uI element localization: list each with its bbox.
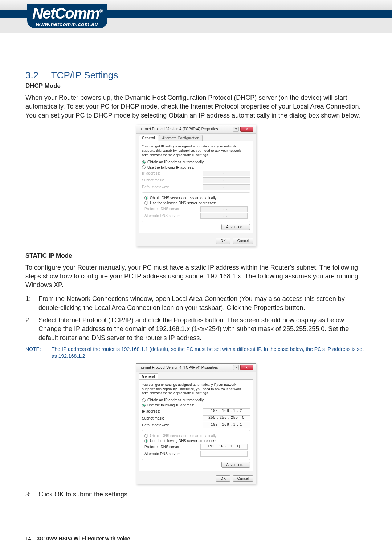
radio-icon bbox=[142, 160, 146, 164]
pref-dns-label: Preferred DNS server: bbox=[144, 445, 180, 449]
pref-dns-input[interactable]: 192 . 168 . 1 . 1| bbox=[200, 444, 248, 450]
section-heading: 3.2 TCP/IP Settings bbox=[25, 70, 367, 81]
dialog-titlebar: Internet Protocol Version 4 (TCP/IPv4) P… bbox=[136, 125, 256, 134]
pref-dns-input: . . . bbox=[200, 206, 248, 212]
help-icon[interactable]: ? bbox=[233, 127, 239, 132]
registered-icon: ® bbox=[99, 8, 102, 14]
close-icon[interactable]: ✕ bbox=[240, 127, 253, 132]
static-heading: STATIC IP Mode bbox=[25, 252, 367, 259]
step-number: 3: bbox=[25, 490, 38, 499]
radio-icon bbox=[144, 196, 148, 200]
step-2: 2: Select Internet Protocol (TCP/IP) and… bbox=[25, 316, 367, 342]
alt-dns-input[interactable]: . . . bbox=[200, 451, 248, 457]
radio-icon bbox=[142, 165, 146, 169]
radio-label: Obtain an IP address automatically bbox=[147, 398, 204, 402]
help-icon[interactable]: ? bbox=[233, 365, 239, 370]
pref-dns-label: Preferred DNS server: bbox=[144, 207, 180, 211]
brand-url: www.netcomm.com.au bbox=[32, 20, 102, 28]
tab-general[interactable]: General bbox=[139, 135, 158, 141]
radio-use-dns[interactable]: Use the following DNS server addresses: bbox=[144, 439, 248, 443]
dialog-tabs: General Alternate Configuration bbox=[136, 134, 256, 141]
dialog-title: Internet Protocol Version 4 (TCP/IPv4) P… bbox=[139, 127, 218, 131]
dialog-help-text: You can get IP settings assigned automat… bbox=[142, 383, 250, 396]
steps-list-2: 3: Click OK to submit the settings. bbox=[25, 490, 367, 499]
tcpip-dialog-auto: Internet Protocol Version 4 (TCP/IPv4) P… bbox=[136, 125, 256, 246]
step-number: 2: bbox=[25, 316, 38, 342]
ip-label: IP address: bbox=[142, 409, 160, 413]
radio-icon bbox=[144, 434, 148, 438]
subnet-label: Subnet mask: bbox=[142, 178, 164, 182]
step-3: 3: Click OK to submit the settings. bbox=[25, 490, 367, 499]
tcpip-dialog-static: Internet Protocol Version 4 (TCP/IPv4) P… bbox=[136, 363, 256, 485]
dialog-buttons: OK Cancel bbox=[136, 236, 256, 246]
radio-icon bbox=[144, 201, 148, 205]
radio-icon bbox=[144, 439, 148, 443]
cancel-button[interactable]: Cancel bbox=[233, 475, 253, 482]
advanced-button[interactable]: Advanced... bbox=[221, 224, 250, 230]
radio-obtain-dns[interactable]: Obtain DNS server address automatically bbox=[144, 434, 248, 438]
advanced-button[interactable]: Advanced... bbox=[221, 462, 250, 468]
section-title: TCP/IP Settings bbox=[51, 70, 118, 81]
steps-list: 1: From the Network Connections window, … bbox=[25, 294, 367, 342]
gateway-label: Default gateway: bbox=[142, 423, 169, 427]
subnet-input[interactable]: 255 . 255 . 255 . 0 bbox=[203, 415, 250, 421]
radio-use-ip[interactable]: Use the following IP address: bbox=[142, 403, 250, 407]
page-number: 14 – bbox=[25, 536, 37, 541]
note: NOTE: The IP address of the router is 19… bbox=[25, 346, 367, 360]
dialog-titlebar: Internet Protocol Version 4 (TCP/IPv4) P… bbox=[136, 364, 256, 372]
gateway-input[interactable]: 192 . 168 . 1 . 1 bbox=[203, 422, 250, 428]
dns-group: Obtain DNS server address automatically … bbox=[142, 430, 250, 460]
page-header: NetComm® www.netcomm.com.au bbox=[0, 0, 392, 33]
note-text: The IP address of the router is 192.168.… bbox=[52, 346, 367, 360]
radio-use-dns[interactable]: Use the following DNS server addresses: bbox=[144, 201, 248, 205]
radio-icon bbox=[142, 398, 146, 402]
static-dialog-image: Internet Protocol Version 4 (TCP/IPv4) P… bbox=[136, 363, 256, 485]
dialog-help-text: You can get IP settings assigned automat… bbox=[142, 144, 250, 157]
product-name: 3G10WV HSPA Wi-Fi Router with Voice bbox=[37, 536, 130, 541]
dialog-title: Internet Protocol Version 4 (TCP/IPv4) P… bbox=[139, 365, 218, 369]
alt-dns-input: . . . bbox=[200, 213, 248, 219]
dialog-tabs: General bbox=[136, 372, 256, 379]
tab-general[interactable]: General bbox=[139, 373, 158, 379]
dhcp-dialog-image: Internet Protocol Version 4 (TCP/IPv4) P… bbox=[136, 125, 256, 246]
section-number: 3.2 bbox=[25, 70, 38, 81]
brand-name: NetComm® bbox=[32, 6, 102, 21]
radio-use-ip[interactable]: Use the following IP address: bbox=[142, 165, 250, 169]
radio-obtain-dns[interactable]: Obtain DNS server address automatically bbox=[144, 196, 248, 200]
cancel-button[interactable]: Cancel bbox=[233, 238, 253, 244]
radio-label: Obtain DNS server address automatically bbox=[150, 434, 216, 438]
step-text: Select Internet Protocol (TCP/IP) and cl… bbox=[38, 316, 367, 342]
page-content: 3.2 TCP/IP Settings DHCP Mode When your … bbox=[0, 33, 392, 499]
close-icon[interactable]: ✕ bbox=[240, 365, 253, 370]
ok-button[interactable]: OK bbox=[216, 238, 230, 244]
gateway-input: . . . bbox=[203, 184, 250, 190]
subnet-label: Subnet mask: bbox=[142, 416, 164, 420]
dns-group: Obtain DNS server address automatically … bbox=[142, 192, 250, 222]
dhcp-heading: DHCP Mode bbox=[25, 82, 367, 90]
ip-label: IP address: bbox=[142, 171, 160, 175]
step-1: 1: From the Network Connections window, … bbox=[25, 294, 367, 312]
radio-label: Obtain DNS server address automatically bbox=[150, 196, 216, 200]
radio-label: Use the following DNS server addresses: bbox=[150, 439, 216, 443]
radio-label: Use the following DNS server addresses: bbox=[150, 201, 216, 205]
alt-dns-label: Alternate DNS server: bbox=[144, 214, 180, 218]
step-text: Click OK to submit the settings. bbox=[38, 490, 367, 499]
alt-dns-label: Alternate DNS server: bbox=[144, 452, 180, 456]
ip-input: . . . bbox=[203, 171, 250, 176]
page-footer: 14 – 3G10WV HSPA Wi-Fi Router with Voice bbox=[25, 532, 367, 541]
radio-obtain-ip[interactable]: Obtain an IP address automatically bbox=[142, 160, 250, 164]
dialog-body: You can get IP settings assigned automat… bbox=[139, 141, 253, 233]
step-text: From the Network Connections window, ope… bbox=[38, 294, 367, 312]
brand-text: NetComm bbox=[32, 5, 99, 22]
radio-label: Use the following IP address: bbox=[147, 165, 194, 169]
tab-alternate[interactable]: Alternate Configuration bbox=[159, 135, 203, 141]
radio-obtain-ip[interactable]: Obtain an IP address automatically bbox=[142, 398, 250, 402]
logo: NetComm® www.netcomm.com.au bbox=[27, 4, 107, 28]
note-label: NOTE: bbox=[25, 346, 52, 360]
static-body: To configure your Router manually, your … bbox=[25, 263, 367, 290]
radio-icon bbox=[142, 404, 146, 407]
ok-button[interactable]: OK bbox=[216, 475, 230, 482]
subnet-input: . . . bbox=[203, 177, 250, 183]
gateway-label: Default gateway: bbox=[142, 185, 169, 189]
ip-input[interactable]: 192 . 168 . 1 . 2 bbox=[203, 408, 250, 414]
